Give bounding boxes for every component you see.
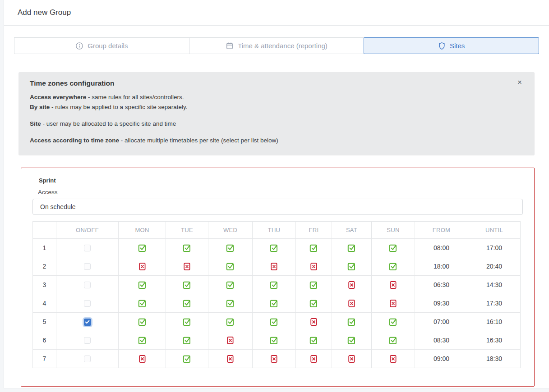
day-sat-check-icon[interactable] xyxy=(347,318,356,326)
from-time[interactable]: 08:30 xyxy=(415,331,468,350)
day-fri-cross-icon[interactable] xyxy=(309,262,318,271)
day-mon-cross-icon[interactable] xyxy=(138,262,147,271)
schedule-table: ON/OFFMONTUEWEDTHUFRISATSUNFROMUNTIL108:… xyxy=(32,221,521,368)
day-tue-check-icon[interactable] xyxy=(183,336,191,345)
tab-bar: Group detailsTime & attendance (reportin… xyxy=(14,37,539,54)
access-label: Access xyxy=(38,189,523,196)
day-fri-check-icon[interactable] xyxy=(309,336,318,345)
close-icon[interactable]: × xyxy=(517,78,522,86)
add-group-card: Add new Group Group detailsTime & attend… xyxy=(4,0,549,388)
info-line: Access everywhere - same rules for all s… xyxy=(30,92,523,102)
day-sat-cross-icon[interactable] xyxy=(347,299,356,308)
col-header-mon: MON xyxy=(119,222,166,239)
table-row: 507:0016:10 xyxy=(33,313,521,331)
panel-title: Time zones configuration xyxy=(30,79,523,87)
until-time[interactable]: 17:30 xyxy=(468,294,521,313)
row-number: 5 xyxy=(33,313,56,331)
from-time[interactable]: 09:00 xyxy=(415,350,468,368)
day-sat-cross-icon[interactable] xyxy=(347,281,356,289)
day-tue-cross-icon[interactable] xyxy=(183,262,191,271)
onoff-checkbox[interactable] xyxy=(84,337,91,344)
day-mon-cross-icon[interactable] xyxy=(138,355,147,363)
day-mon-check-icon[interactable] xyxy=(138,336,147,345)
day-mon-check-icon[interactable] xyxy=(138,299,147,308)
col-header-sat: SAT xyxy=(332,222,372,239)
day-mon-check-icon[interactable] xyxy=(138,281,147,289)
page-title: Add new Group xyxy=(18,8,71,17)
day-fri-check-icon[interactable] xyxy=(309,244,318,252)
day-wed-check-icon[interactable] xyxy=(226,281,235,289)
onoff-checkbox[interactable] xyxy=(84,356,91,362)
day-tue-check-icon[interactable] xyxy=(183,355,191,363)
day-tue-check-icon[interactable] xyxy=(183,318,191,326)
until-time[interactable]: 20:40 xyxy=(468,257,521,276)
day-tue-check-icon[interactable] xyxy=(183,281,191,289)
day-sun-check-icon[interactable] xyxy=(389,244,397,252)
day-thu-cross-icon[interactable] xyxy=(270,262,278,271)
day-wed-cross-icon[interactable] xyxy=(226,355,235,363)
tab-group-details[interactable]: Group details xyxy=(14,37,189,54)
tab-sites[interactable]: Sites xyxy=(364,37,539,54)
col-header-sun: SUN xyxy=(372,222,415,239)
day-wed-cross-icon[interactable] xyxy=(226,336,235,345)
onoff-checkbox[interactable] xyxy=(84,245,91,251)
from-time[interactable]: 18:00 xyxy=(415,257,468,276)
day-sat-check-icon[interactable] xyxy=(347,262,356,271)
day-tue-check-icon[interactable] xyxy=(183,244,191,252)
onoff-checkbox[interactable] xyxy=(84,319,91,326)
access-select[interactable]: On schedule xyxy=(32,199,523,215)
day-fri-check-icon[interactable] xyxy=(309,281,318,289)
day-thu-check-icon[interactable] xyxy=(270,281,278,289)
day-fri-check-icon[interactable] xyxy=(309,299,318,308)
day-wed-check-icon[interactable] xyxy=(226,318,235,326)
day-mon-check-icon[interactable] xyxy=(138,244,147,252)
day-wed-check-icon[interactable] xyxy=(226,299,235,308)
day-sun-check-icon[interactable] xyxy=(389,336,397,345)
until-time[interactable]: 16:10 xyxy=(468,313,521,331)
tab-label: Time & attendance (reporting) xyxy=(238,42,328,50)
onoff-checkbox[interactable] xyxy=(84,282,91,288)
until-time[interactable]: 14:30 xyxy=(468,276,521,294)
day-sat-check-icon[interactable] xyxy=(347,244,356,252)
from-time[interactable]: 06:30 xyxy=(415,276,468,294)
onoff-checkbox[interactable] xyxy=(84,263,91,270)
schedule-name: Sprint xyxy=(39,177,523,184)
day-thu-check-icon[interactable] xyxy=(270,318,278,326)
day-thu-check-icon[interactable] xyxy=(270,244,278,252)
until-time[interactable]: 18:30 xyxy=(468,350,521,368)
day-mon-check-icon[interactable] xyxy=(138,318,147,326)
from-time[interactable]: 07:00 xyxy=(415,313,468,331)
until-time[interactable]: 16:30 xyxy=(468,331,521,350)
day-sat-cross-icon[interactable] xyxy=(347,355,356,363)
day-fri-cross-icon[interactable] xyxy=(309,355,318,363)
day-sun-check-icon[interactable] xyxy=(389,262,397,271)
from-time[interactable]: 09:30 xyxy=(415,294,468,313)
day-thu-check-icon[interactable] xyxy=(270,336,278,345)
info-line: Site - user may be allocated to a specif… xyxy=(30,119,523,129)
day-tue-check-icon[interactable] xyxy=(183,299,191,308)
until-time[interactable]: 17:00 xyxy=(468,239,521,257)
day-thu-cross-icon[interactable] xyxy=(270,355,278,363)
day-sun-cross-icon[interactable] xyxy=(389,281,397,289)
day-sun-cross-icon[interactable] xyxy=(389,355,397,363)
col-header-thu: THU xyxy=(253,222,296,239)
access-select-value: On schedule xyxy=(40,203,76,210)
day-wed-check-icon[interactable] xyxy=(226,244,235,252)
table-row: 608:3016:30 xyxy=(33,331,521,350)
table-row: 409:3017:30 xyxy=(33,294,521,313)
from-time[interactable]: 08:00 xyxy=(415,239,468,257)
day-sat-check-icon[interactable] xyxy=(347,336,356,345)
day-sun-cross-icon[interactable] xyxy=(389,299,397,308)
day-fri-cross-icon[interactable] xyxy=(309,318,318,326)
schedule-card: Sprint Access On schedule ON/OFFMONTUEWE… xyxy=(21,168,535,387)
col-header-until: UNTIL xyxy=(468,222,521,239)
card-body: Group detailsTime & attendance (reportin… xyxy=(4,37,549,387)
onoff-checkbox[interactable] xyxy=(84,300,91,307)
info-line: Access according to time zone - allocate… xyxy=(30,136,523,146)
day-sun-check-icon[interactable] xyxy=(389,318,397,326)
tab-time-attendance-reporting[interactable]: Time & attendance (reporting) xyxy=(189,37,364,54)
day-wed-check-icon[interactable] xyxy=(226,262,235,271)
timezones-info-panel: Time zones configuration Access everywhe… xyxy=(18,72,535,155)
day-thu-check-icon[interactable] xyxy=(270,299,278,308)
table-row: 108:0017:00 xyxy=(33,239,521,257)
